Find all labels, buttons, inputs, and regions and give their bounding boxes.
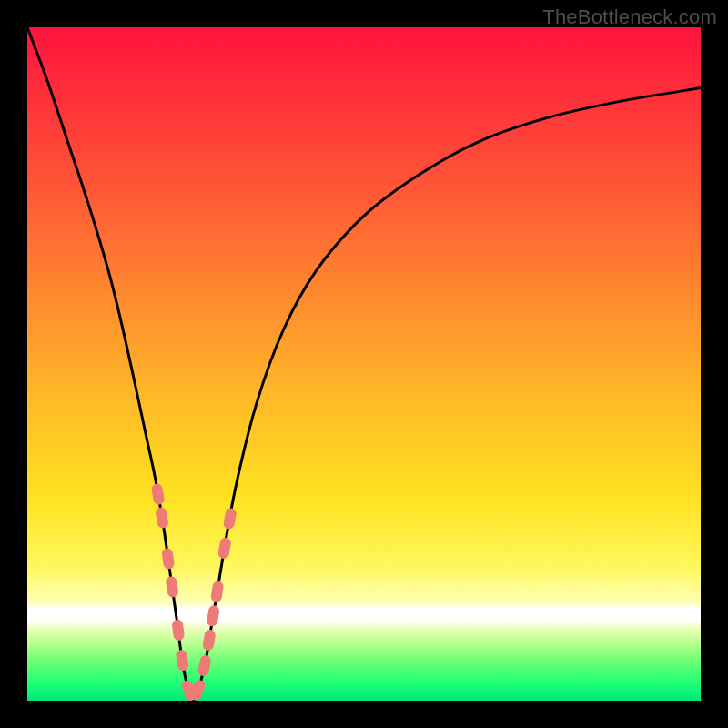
bead bbox=[176, 650, 188, 671]
bead bbox=[162, 548, 175, 569]
svg-rect-1 bbox=[156, 507, 168, 528]
watermark-text: TheBottleneck.com bbox=[542, 5, 717, 29]
bead bbox=[197, 655, 212, 677]
svg-rect-12 bbox=[217, 538, 231, 560]
bead bbox=[151, 483, 165, 505]
svg-rect-11 bbox=[210, 581, 223, 602]
bead bbox=[223, 508, 237, 530]
svg-rect-0 bbox=[151, 483, 165, 505]
svg-rect-8 bbox=[197, 655, 212, 677]
curve-path bbox=[27, 27, 701, 701]
svg-rect-7 bbox=[189, 679, 206, 701]
svg-rect-9 bbox=[203, 630, 216, 652]
bead bbox=[166, 576, 178, 597]
bead bbox=[217, 538, 231, 560]
svg-rect-4 bbox=[172, 620, 185, 641]
bead bbox=[210, 581, 223, 602]
svg-rect-10 bbox=[207, 605, 219, 627]
bead bbox=[189, 679, 206, 701]
svg-rect-13 bbox=[223, 508, 237, 530]
chart-frame: TheBottleneck.com bbox=[0, 0, 728, 728]
bead bbox=[207, 605, 219, 627]
beads-group bbox=[151, 483, 237, 702]
svg-rect-5 bbox=[176, 650, 188, 671]
bottleneck-curve bbox=[27, 27, 701, 701]
svg-rect-2 bbox=[162, 548, 175, 569]
plot-area bbox=[27, 27, 701, 701]
svg-rect-3 bbox=[166, 576, 178, 597]
bead bbox=[156, 507, 168, 528]
bead bbox=[203, 630, 216, 652]
bead bbox=[172, 620, 185, 641]
